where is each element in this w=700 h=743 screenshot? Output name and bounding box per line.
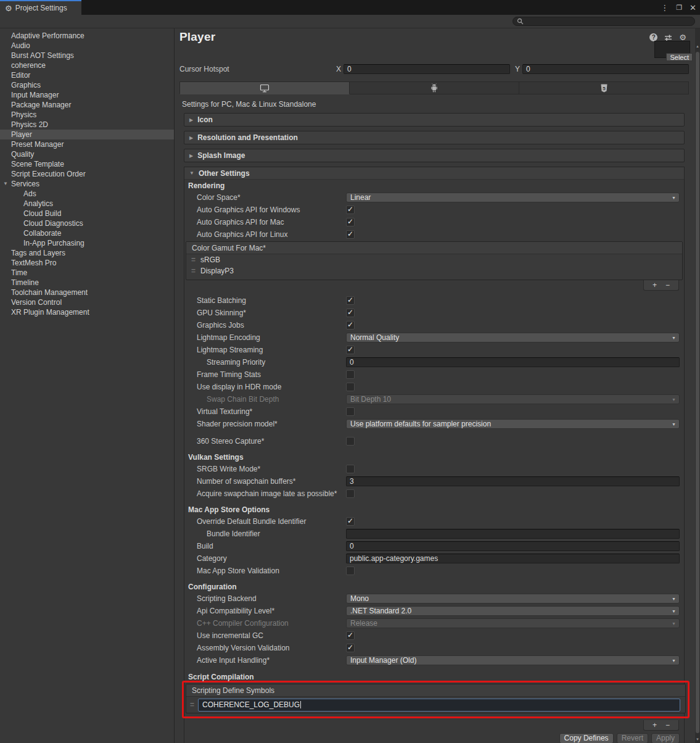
define-symbol-input[interactable]: COHERENCE_LOG_DEBUG <box>198 699 680 712</box>
sidebar-item-analytics[interactable]: Analytics <box>0 199 174 209</box>
cursor-hotspot-x-field[interactable]: 0 <box>344 64 510 74</box>
sidebar-item-time[interactable]: Time <box>0 268 174 278</box>
drag-handle-icon[interactable]: = <box>191 267 196 275</box>
sidebar-item-collaborate[interactable]: Collaborate <box>0 228 174 238</box>
remove-icon[interactable]: − <box>665 721 670 729</box>
sidebar-item-label: Graphics <box>11 81 41 89</box>
sidebar-item-scene-template[interactable]: Scene Template <box>0 159 174 169</box>
color-gamut-item-srgb[interactable]: =sRGB <box>186 254 682 265</box>
sidebar-item-cloud-diagnostics[interactable]: Cloud Diagnostics <box>0 218 174 228</box>
sidebar-item-tags-and-layers[interactable]: Tags and Layers <box>0 248 174 258</box>
frame-timing-stats-checkbox[interactable] <box>346 370 355 379</box>
sidebar-item-player[interactable]: Player <box>0 130 174 139</box>
override-default-bundle-identifier-checkbox[interactable]: ✓ <box>346 517 355 526</box>
drag-handle-icon[interactable]: = <box>191 255 196 264</box>
scroll-up-icon[interactable]: ▲ <box>695 44 700 48</box>
sidebar-item-script-execution-order[interactable]: Script Execution Order <box>0 169 174 179</box>
kebab-menu-icon[interactable]: ⋮ <box>661 4 669 12</box>
caret-down-icon[interactable]: ▼ <box>3 179 8 189</box>
drag-handle-icon[interactable]: = <box>190 700 194 709</box>
gpu-skinning-checkbox[interactable]: ✓ <box>346 309 355 317</box>
srgb-write-mode-checkbox[interactable] <box>346 465 355 473</box>
virtual-texturing-checkbox[interactable] <box>346 407 355 416</box>
auto-graphics-api-for-linux-checkbox[interactable]: ✓ <box>346 230 355 239</box>
build-field[interactable]: 0 <box>346 541 680 551</box>
copy-defines-button[interactable]: Copy Defines <box>559 733 614 743</box>
scroll-down-icon[interactable]: ▼ <box>695 737 700 741</box>
vertical-scrollbar[interactable]: ▲ ▼ <box>695 28 700 743</box>
row-acquire-swapchain-image-late-as-possible: Acquire swapchain image late as possible… <box>184 488 684 500</box>
other-settings-label: Other Settings <box>199 169 250 178</box>
number-of-swapchain-buffers-field[interactable]: 3 <box>346 476 680 486</box>
graphics-jobs-checkbox[interactable]: ✓ <box>346 321 355 330</box>
color-space-dropdown[interactable]: Linear▼ <box>346 193 680 202</box>
sidebar-item-input-manager[interactable]: Input Manager <box>0 90 174 100</box>
use-display-in-hdr-mode-checkbox[interactable] <box>346 383 355 391</box>
revert-button: Revert <box>617 733 648 743</box>
scripting-backend-dropdown[interactable]: Mono▼ <box>346 594 680 604</box>
sidebar-item-timeline[interactable]: Timeline <box>0 278 174 288</box>
auto-graphics-api-for-mac-checkbox[interactable]: ✓ <box>346 218 355 226</box>
auto-graphics-api-for-windows-checkbox[interactable]: ✓ <box>346 205 355 214</box>
bundle-identifier-field[interactable] <box>346 529 680 539</box>
tab-webgl[interactable]: 5 <box>519 81 689 94</box>
section-splash-image[interactable]: ▶Splash Image <box>184 149 685 162</box>
acquire-swapchain-image-late-as-possible-checkbox[interactable] <box>346 489 355 498</box>
active-input-handling-dropdown[interactable]: Input Manager (Old)▼ <box>346 655 680 665</box>
maximize-icon[interactable]: ❐ <box>676 4 682 11</box>
sidebar-item-textmesh-pro[interactable]: TextMesh Pro <box>0 258 174 268</box>
row-assembly-version-validation: Assembly Version Validation✓ <box>184 642 684 654</box>
sidebar-item-quality[interactable]: Quality <box>0 149 174 159</box>
tab-standalone[interactable] <box>179 81 350 94</box>
sidebar-item-package-manager[interactable]: Package Manager <box>0 100 174 110</box>
sidebar-item-burst-aot-settings[interactable]: Burst AOT Settings <box>0 51 174 60</box>
mac-app-store-validation-checkbox[interactable] <box>346 567 355 575</box>
add-icon[interactable]: + <box>653 721 657 729</box>
sidebar-item-adaptive-performance[interactable]: Adaptive Performance <box>0 31 174 41</box>
cursor-hotspot-y-field[interactable]: 0 <box>522 64 689 74</box>
sidebar-item-physics[interactable]: Physics <box>0 110 174 120</box>
sidebar-item-xr-plugin-management[interactable]: XR Plugin Management <box>0 307 174 317</box>
window-tab-project-settings[interactable]: ⚙ Project Settings <box>0 0 81 15</box>
row-use-incremental-gc: Use incremental GC✓ <box>184 629 684 642</box>
sidebar-item-editor[interactable]: Editor <box>0 70 174 80</box>
sidebar-item-in-app-purchasing[interactable]: In-App Purchasing <box>0 238 174 248</box>
api-compatibility-level-dropdown[interactable]: .NET Standard 2.0▼ <box>346 606 680 616</box>
sidebar-item-graphics[interactable]: Graphics <box>0 80 174 90</box>
close-icon[interactable]: ✕ <box>690 4 696 12</box>
360-stereo-capture-checkbox[interactable] <box>346 437 355 446</box>
add-icon[interactable]: + <box>653 281 657 289</box>
shader-precision-model-dropdown[interactable]: Use platform defaults for sampler precis… <box>346 419 680 429</box>
static-batching-checkbox[interactable]: ✓ <box>346 296 355 305</box>
property-label: Static Batching <box>184 296 346 305</box>
scrollbar-thumb[interactable] <box>696 52 699 733</box>
sidebar-item-physics-2d[interactable]: Physics 2D <box>0 120 174 130</box>
sidebar-item-label: Cloud Build <box>23 209 61 218</box>
tab-android[interactable] <box>350 81 519 94</box>
lightmap-streaming-checkbox[interactable]: ✓ <box>346 346 355 354</box>
lightmap-encoding-dropdown[interactable]: Normal Quality▼ <box>346 333 680 342</box>
property-label: 360 Stereo Capture* <box>184 437 346 446</box>
property-label: Active Input Handling* <box>184 656 346 665</box>
sidebar-item-cloud-build[interactable]: Cloud Build <box>0 209 174 218</box>
sidebar-item-services[interactable]: ▼Services <box>0 179 174 189</box>
search-input[interactable] <box>513 17 695 26</box>
sidebar-item-toolchain-management[interactable]: Toolchain Management <box>0 288 174 297</box>
presets-icon[interactable] <box>664 34 672 41</box>
streaming-priority-field[interactable]: 0 <box>346 357 680 367</box>
category-field[interactable]: public.app-category.games <box>346 554 680 563</box>
sidebar-item-ads[interactable]: Ads <box>0 189 174 199</box>
sidebar-item-version-control[interactable]: Version Control <box>0 297 174 307</box>
assembly-version-validation-checkbox[interactable]: ✓ <box>346 644 355 652</box>
select-button[interactable]: Select <box>666 53 693 61</box>
remove-icon[interactable]: − <box>665 281 670 289</box>
webgl-icon: 5 <box>601 84 607 93</box>
sidebar-item-coherence[interactable]: coherence <box>0 60 174 70</box>
section-icon[interactable]: ▶Icon <box>184 113 685 127</box>
color-gamut-item-displayp3[interactable]: =DisplayP3 <box>186 265 682 276</box>
sidebar-item-preset-manager[interactable]: Preset Manager <box>0 139 174 149</box>
section-resolution-and-presentation[interactable]: ▶Resolution and Presentation <box>184 131 685 144</box>
use-incremental-gc-checkbox[interactable]: ✓ <box>346 631 355 640</box>
sidebar-item-audio[interactable]: Audio <box>0 41 174 51</box>
other-settings-header[interactable]: ▼ Other Settings <box>184 167 684 180</box>
